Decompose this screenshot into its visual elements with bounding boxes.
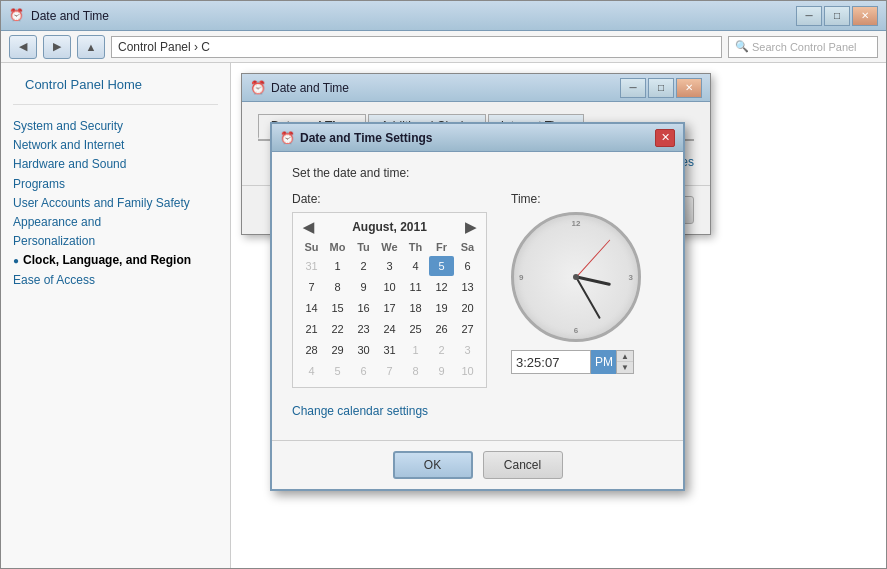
inner-dialog: ⏰ Date and Time Settings ✕ Set the date …	[270, 122, 685, 491]
cal-day-2[interactable]: 2	[351, 256, 376, 276]
close-button[interactable]: ✕	[852, 6, 878, 26]
cal-day-26[interactable]: 26	[429, 319, 454, 339]
cal-day-5-next[interactable]: 5	[325, 361, 350, 381]
cal-day-4-next[interactable]: 4	[299, 361, 324, 381]
cal-day-1-next[interactable]: 1	[403, 340, 428, 360]
cal-day-24[interactable]: 24	[377, 319, 402, 339]
cal-day-21[interactable]: 21	[299, 319, 324, 339]
cal-day-20[interactable]: 20	[455, 298, 480, 318]
cal-day-5-selected[interactable]: 5	[429, 256, 454, 276]
cal-day-19[interactable]: 19	[429, 298, 454, 318]
sidebar-item-appearance[interactable]: Appearance andPersonalization	[13, 213, 218, 251]
clock-center-dot	[573, 274, 579, 280]
main-window: ⏰ Date and Time ─ □ ✕ ◀ ▶ ▲ Control Pane…	[0, 0, 887, 569]
time-input[interactable]: 3:25:07	[511, 350, 591, 374]
time-ampm[interactable]: PM	[591, 350, 617, 374]
calendar: ◀ August, 2011 ▶ Su Mo Tu	[292, 212, 487, 388]
cal-day-10-next[interactable]: 10	[455, 361, 480, 381]
inner-cancel-button[interactable]: Cancel	[483, 451, 563, 479]
cal-day-8-next[interactable]: 8	[403, 361, 428, 381]
back-button[interactable]: ◀	[9, 35, 37, 59]
cal-header-sa: Sa	[455, 239, 480, 255]
cal-day-9-next[interactable]: 9	[429, 361, 454, 381]
calendar-month-year: August, 2011	[352, 220, 427, 234]
cal-header-su: Su	[299, 239, 324, 255]
cal-day-6[interactable]: 6	[455, 256, 480, 276]
cal-day-29[interactable]: 29	[325, 340, 350, 360]
cal-day-7[interactable]: 7	[299, 277, 324, 297]
time-input-row: 3:25:07 PM ▲ ▼	[511, 350, 641, 374]
calendar-next-button[interactable]: ▶	[461, 219, 480, 235]
cal-day-3-next[interactable]: 3	[455, 340, 480, 360]
date-label: Date:	[292, 192, 487, 206]
inner-close-button[interactable]: ✕	[655, 129, 675, 147]
cal-day-13[interactable]: 13	[455, 277, 480, 297]
time-label: Time:	[511, 192, 641, 206]
sidebar-item-network-internet[interactable]: Network and Internet	[13, 136, 218, 155]
cal-day-15[interactable]: 15	[325, 298, 350, 318]
cal-day-18[interactable]: 18	[403, 298, 428, 318]
time-up-button[interactable]: ▲	[617, 351, 633, 362]
outer-dialog: ⏰ Date and Time ─ □ ✕ Date and Time Addi…	[241, 73, 711, 235]
address-path[interactable]: Control Panel › C	[111, 36, 722, 58]
sidebar-divider-1	[13, 104, 218, 105]
inner-dialog-title-text: Date and Time Settings	[300, 131, 655, 145]
forward-button[interactable]: ▶	[43, 35, 71, 59]
cal-day-9[interactable]: 9	[351, 277, 376, 297]
datetime-panels: Date: ◀ August, 2011 ▶ Su	[292, 192, 663, 388]
sidebar-home-link[interactable]: Control Panel Home	[13, 71, 154, 104]
cal-day-6-next[interactable]: 6	[351, 361, 376, 381]
sidebar-item-clock-language[interactable]: ●Clock, Language, and Region	[13, 251, 218, 270]
cal-day-27[interactable]: 27	[455, 319, 480, 339]
time-panel: Time: 12 3 6 9	[511, 192, 641, 388]
sidebar-item-ease-access[interactable]: Ease of Access	[13, 271, 218, 290]
outer-minimize-btn[interactable]: ─	[620, 78, 646, 98]
calendar-prev-button[interactable]: ◀	[299, 219, 318, 235]
maximize-button[interactable]: □	[824, 6, 850, 26]
search-box[interactable]: 🔍 Search Control Panel	[728, 36, 878, 58]
date-panel: Date: ◀ August, 2011 ▶ Su	[292, 192, 487, 388]
cal-day-14[interactable]: 14	[299, 298, 324, 318]
cal-day-17[interactable]: 17	[377, 298, 402, 318]
cal-day-1[interactable]: 1	[325, 256, 350, 276]
cal-day-31-prev[interactable]: 31	[299, 256, 324, 276]
cal-day-30[interactable]: 30	[351, 340, 376, 360]
change-calendar-settings-link[interactable]: Change calendar settings	[292, 404, 663, 418]
content-area: Control Panel Home System and Security N…	[1, 63, 886, 568]
search-placeholder: Search Control Panel	[752, 41, 857, 53]
cal-day-25[interactable]: 25	[403, 319, 428, 339]
sidebar-item-programs[interactable]: Programs	[13, 175, 218, 194]
window-title: Date and Time	[31, 9, 796, 23]
cal-day-4[interactable]: 4	[403, 256, 428, 276]
cal-day-22[interactable]: 22	[325, 319, 350, 339]
sidebar-item-system-security[interactable]: System and Security	[13, 117, 218, 136]
cal-day-28[interactable]: 28	[299, 340, 324, 360]
address-text: Control Panel › C	[118, 40, 210, 54]
cal-day-3[interactable]: 3	[377, 256, 402, 276]
sidebar-item-user-accounts[interactable]: User Accounts and Family Safety	[13, 194, 218, 213]
cal-day-12[interactable]: 12	[429, 277, 454, 297]
time-spinner: ▲ ▼	[616, 350, 634, 374]
cal-day-10[interactable]: 10	[377, 277, 402, 297]
outer-dialog-icon: ⏰	[250, 80, 266, 95]
up-button[interactable]: ▲	[77, 35, 105, 59]
cal-day-8[interactable]: 8	[325, 277, 350, 297]
search-icon: 🔍	[735, 40, 749, 53]
cal-day-7-next[interactable]: 7	[377, 361, 402, 381]
cal-day-2-next[interactable]: 2	[429, 340, 454, 360]
cal-day-23[interactable]: 23	[351, 319, 376, 339]
outer-maximize-btn[interactable]: □	[648, 78, 674, 98]
time-value: 3:25:07	[516, 355, 559, 370]
cal-day-16[interactable]: 16	[351, 298, 376, 318]
title-bar: ⏰ Date and Time ─ □ ✕	[1, 1, 886, 31]
inner-ok-button[interactable]: OK	[393, 451, 473, 479]
outer-close-btn[interactable]: ✕	[676, 78, 702, 98]
sidebar-item-hardware-sound[interactable]: Hardware and Sound	[13, 155, 218, 174]
inner-dialog-body: Set the date and time: Date: ◀ August, 2…	[272, 152, 683, 440]
minimize-button[interactable]: ─	[796, 6, 822, 26]
outer-dialog-title-text: Date and Time	[271, 81, 620, 95]
cal-header-fr: Fr	[429, 239, 454, 255]
cal-day-11[interactable]: 11	[403, 277, 428, 297]
cal-day-31[interactable]: 31	[377, 340, 402, 360]
time-down-button[interactable]: ▼	[617, 362, 633, 373]
